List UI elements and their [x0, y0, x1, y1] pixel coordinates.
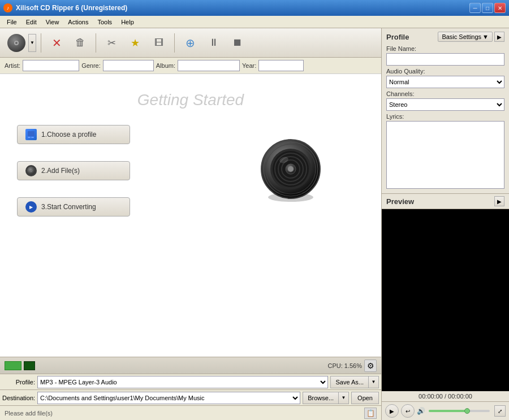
svg-rect-0 — [28, 131, 34, 136]
pause-icon: ⏸ — [209, 37, 219, 49]
menu-edit[interactable]: Edit — [21, 18, 41, 27]
delete-button[interactable]: ✕ — [46, 32, 67, 54]
album-input[interactable] — [178, 60, 240, 71]
choose-profile-label: 1.Choose a profile — [41, 131, 96, 138]
save-as-button[interactable]: Save As... — [330, 376, 369, 388]
clear-button[interactable]: 🗑 — [70, 32, 91, 54]
preview-header: Preview ▶ — [382, 194, 509, 209]
artist-input[interactable] — [23, 60, 79, 71]
destination-select[interactable]: C:\Documents and Settings\user1\My Docum… — [37, 392, 300, 404]
preview-controls: ▶ ↩ 🔊 ⤢ — [382, 401, 509, 420]
preview-section: Preview ▶ 00:00:00 / 00:00:00 ▶ ↩ 🔊 ⤢ — [382, 194, 509, 420]
genre-label: Genre: — [81, 62, 101, 69]
profile-bar: Profile: MP3 - MPEG Layer-3 Audio AAC WM… — [0, 374, 381, 389]
svg-rect-2 — [31, 137, 34, 138]
profile-controls: Basic Settings ▼ ▶ — [438, 32, 504, 42]
main-layout: ▼ ✕ 🗑 ✂ ★ 🎞 ⊕ ⏸ — [0, 28, 509, 420]
profile-bar-label: Profile: — [2, 379, 35, 386]
toolbar-sep-3 — [174, 33, 175, 53]
menu-file[interactable]: File — [2, 18, 21, 27]
clear-icon: 🗑 — [75, 37, 85, 49]
progress-green — [5, 361, 21, 370]
right-panel: Profile Basic Settings ▼ ▶ File Name: Au… — [382, 28, 509, 420]
choose-profile-button[interactable]: 1.Choose a profile — [17, 125, 130, 144]
progress-darkgreen — [24, 361, 35, 370]
preview-rewind-button[interactable]: ↩ — [401, 404, 415, 418]
rip-cd-icon — [7, 34, 25, 52]
rip-cd-button[interactable] — [5, 32, 28, 54]
maximize-button[interactable]: □ — [482, 3, 493, 13]
destination-label: Destination: — [2, 395, 35, 401]
film-button[interactable]: 🎞 — [148, 32, 170, 54]
stop-icon: ⏹ — [232, 37, 243, 49]
preview-label: Preview — [386, 197, 414, 206]
channels-label: Channels: — [386, 90, 504, 97]
year-label: Year: — [242, 62, 256, 69]
preview-next-button[interactable]: ▶ — [494, 196, 504, 206]
rip-cd-dropdown-arrow[interactable]: ▼ — [28, 34, 36, 52]
basic-settings-button[interactable]: Basic Settings ▼ — [438, 32, 493, 42]
profile-section-header: Profile Basic Settings ▼ ▶ — [386, 32, 504, 42]
volume-track — [429, 410, 465, 412]
minimize-button[interactable]: ─ — [469, 3, 481, 13]
audio-quality-label: Audio Quality: — [386, 68, 504, 75]
volume-slider[interactable] — [429, 410, 490, 412]
open-button[interactable]: ⊕ — [179, 32, 201, 54]
film-icon: 🎞 — [154, 38, 163, 48]
menu-actions[interactable]: Actions — [63, 18, 93, 27]
profile-next-button[interactable]: ▶ — [494, 32, 504, 42]
add-files-button[interactable]: 2.Add File(s) — [17, 161, 130, 180]
expand-button[interactable]: ⤢ — [494, 405, 506, 417]
browse-button[interactable]: Browse... — [303, 392, 339, 404]
window-controls: ─ □ ✕ — [469, 3, 506, 13]
settings-icon-button[interactable]: ⚙ — [364, 360, 377, 372]
notification-bar: Please add file(s) 📋 — [0, 405, 381, 420]
favorite-button[interactable]: ★ — [124, 32, 146, 54]
profile-select[interactable]: MP3 - MPEG Layer-3 Audio AAC WMA OGG FLA… — [37, 376, 328, 388]
basic-settings-dropdown-arrow: ▼ — [482, 33, 489, 40]
browse-arrow[interactable]: ▼ — [339, 392, 349, 404]
metadata-bar: Artist: Genre: Album: Year: — [0, 58, 381, 74]
svg-point-12 — [288, 166, 294, 172]
volume-thumb[interactable] — [464, 408, 470, 414]
getting-started-title: Getting Started — [137, 91, 244, 109]
start-converting-button[interactable]: ▶ 3.Start Converting — [17, 197, 130, 217]
lyrics-textarea[interactable] — [386, 121, 504, 189]
start-converting-label: 3.Start Converting — [41, 203, 96, 211]
lyrics-label: Lyrics: — [386, 113, 504, 120]
preview-time: 00:00:00 / 00:00:00 — [382, 391, 509, 401]
app-icon: ♪ — [3, 3, 12, 12]
title-bar: ♪ Xilisoft CD Ripper 6 (Unregistered) ─ … — [0, 0, 509, 16]
cpu-status: CPU: 1.56% — [327, 362, 362, 369]
artist-label: Artist: — [5, 62, 20, 69]
genre-input[interactable] — [103, 60, 154, 71]
close-button[interactable]: ✕ — [494, 3, 506, 13]
speaker-image — [257, 131, 325, 204]
menu-tools[interactable]: Tools — [93, 18, 117, 27]
preview-video — [382, 209, 509, 391]
menu-help[interactable]: Help — [117, 18, 139, 27]
audio-quality-select[interactable]: Normal Low High Very High — [386, 76, 504, 88]
stop-button[interactable]: ⏹ — [227, 32, 248, 54]
open-button[interactable]: Open — [351, 392, 379, 404]
album-label: Album: — [156, 62, 175, 69]
content-area: Getting Started 1.Choose a profile — [0, 74, 381, 357]
volume-control: 🔊 — [417, 407, 492, 415]
menu-view[interactable]: View — [41, 18, 64, 27]
destination-bar: Destination: C:\Documents and Settings\u… — [0, 389, 381, 405]
add-files-icon — [25, 165, 37, 176]
browse-group: Browse... ▼ — [303, 392, 349, 404]
choose-profile-icon — [25, 129, 37, 140]
channels-select[interactable]: Stereo Mono Joint Stereo — [386, 98, 504, 111]
svg-rect-1 — [28, 137, 31, 138]
save-as-arrow[interactable]: ▼ — [369, 376, 379, 388]
delete-icon: ✕ — [52, 36, 62, 50]
year-input[interactable] — [258, 60, 304, 71]
pause-button[interactable]: ⏸ — [203, 32, 225, 54]
rip-cd-group: ▼ — [5, 32, 36, 54]
file-name-input[interactable] — [386, 53, 504, 66]
clipboard-button[interactable]: 📋 — [364, 408, 377, 419]
file-name-label: File Name: — [386, 45, 504, 52]
cut-button[interactable]: ✂ — [101, 32, 122, 54]
preview-play-button[interactable]: ▶ — [385, 404, 399, 418]
